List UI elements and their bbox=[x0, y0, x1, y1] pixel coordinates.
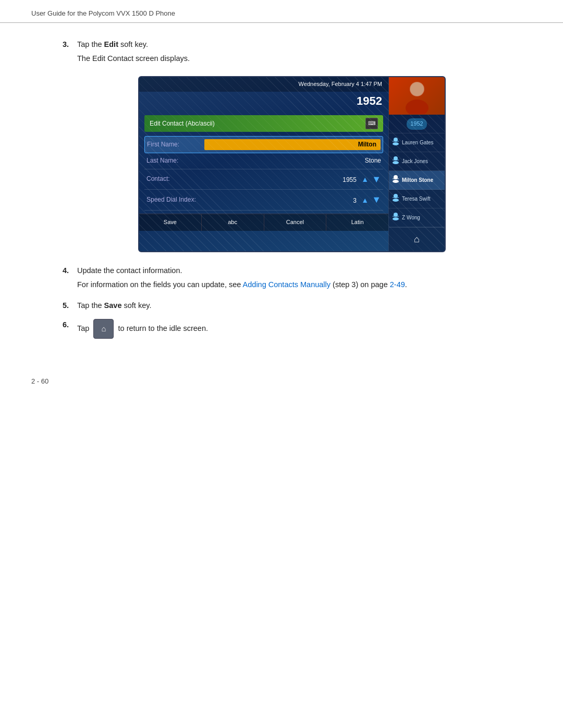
header-text: User Guide for the Polycom VVX 1500 D Ph… bbox=[31, 9, 175, 17]
step-5-main: Tap the Save soft key. bbox=[77, 300, 521, 312]
step-4-sub-after: (step 3) on page bbox=[331, 280, 390, 289]
keyboard-icon[interactable]: ⌨ bbox=[365, 118, 378, 129]
step-4-num: 4. bbox=[63, 265, 77, 294]
contact-photo bbox=[389, 77, 445, 115]
svg-point-7 bbox=[393, 161, 399, 164]
softkey-cancel[interactable]: Cancel bbox=[264, 214, 327, 231]
field-lastname[interactable]: Last Name: Stone bbox=[144, 153, 383, 169]
screen-right: 1952 Lauren Gates Jack Jones bbox=[388, 77, 445, 251]
field-firstname-value: Milton bbox=[204, 139, 381, 150]
contact-icon-lauren bbox=[391, 137, 400, 149]
step-4-sub-dot: . bbox=[405, 280, 407, 289]
contact-item-milton[interactable]: Milton Stone bbox=[389, 171, 445, 190]
step-3-main: Tap the Edit soft key. bbox=[77, 39, 521, 51]
step-3-num: 3. bbox=[63, 39, 77, 68]
step-5-content: Tap the Save soft key. bbox=[77, 300, 521, 314]
step-6-main: Tap ⌂ to return to the idle screen. bbox=[77, 319, 521, 339]
contact-name-zwong: Z Wong bbox=[402, 215, 420, 221]
home-contact-item[interactable]: ⌂ bbox=[389, 227, 445, 251]
screen-left: Wednesday, February 4 1:47 PM 1952 Edit … bbox=[139, 77, 388, 251]
datetime: Wednesday, February 4 1:47 PM bbox=[299, 80, 382, 89]
step-6-before: Tap bbox=[77, 324, 91, 332]
step-4-main: Update the contact information. bbox=[77, 265, 521, 277]
home-icon[interactable]: ⌂ bbox=[414, 232, 420, 247]
field-firstname[interactable]: First Name: Milton bbox=[144, 136, 383, 153]
field-lastname-label: Last Name: bbox=[146, 156, 204, 166]
step-5-before: Tap the bbox=[77, 301, 104, 310]
svg-point-2 bbox=[410, 82, 424, 96]
contact-icon-jack bbox=[391, 156, 400, 167]
svg-point-10 bbox=[393, 180, 399, 183]
phone-device: Wednesday, February 4 1:47 PM 1952 Edit … bbox=[138, 76, 446, 252]
field-lastname-value: Stone bbox=[204, 156, 381, 166]
step-5-num: 5. bbox=[63, 300, 77, 314]
contact-item-jack[interactable]: Jack Jones bbox=[389, 152, 445, 171]
contact-name-jack: Jack Jones bbox=[402, 158, 428, 165]
step-3-content: Tap the Edit soft key. The Edit Contact … bbox=[77, 39, 521, 68]
adding-contacts-link[interactable]: Adding Contacts Manually bbox=[243, 280, 331, 289]
home-btn-img[interactable]: ⌂ bbox=[93, 319, 114, 339]
page-footer: 2 - 60 bbox=[0, 367, 563, 396]
step-6-content: Tap ⌂ to return to the idle screen. bbox=[77, 319, 521, 341]
phone-screen: Wednesday, February 4 1:47 PM 1952 Edit … bbox=[139, 77, 445, 251]
step-4-content: Update the contact information. For info… bbox=[77, 265, 521, 294]
person-avatar bbox=[399, 78, 435, 114]
contact-arrow-down[interactable]: ▼ bbox=[372, 172, 381, 187]
status-ext: 1952 bbox=[357, 92, 382, 110]
step-3-sub: The Edit Contact screen displays. bbox=[77, 53, 521, 65]
svg-point-13 bbox=[393, 199, 399, 202]
svg-point-1 bbox=[406, 100, 429, 114]
step-6-after: to return to the idle screen. bbox=[118, 324, 209, 332]
speeddial-arrow-down[interactable]: ▼ bbox=[372, 192, 381, 207]
contact-icon-milton bbox=[391, 175, 400, 186]
form-header-label: Edit Contact (Abc/ascii) bbox=[150, 119, 215, 129]
contact-name-milton: Milton Stone bbox=[402, 177, 433, 183]
field-contact[interactable]: Contact: 1955 ▲ ▼ bbox=[144, 169, 383, 190]
field-firstname-label: First Name: bbox=[147, 140, 204, 150]
main-content: 3. Tap the Edit soft key. The Edit Conta… bbox=[0, 23, 563, 367]
page-number: 2 - 60 bbox=[31, 377, 48, 385]
arrow-up-speeddial[interactable]: ▲ bbox=[361, 196, 369, 204]
step-3-bold: Edit bbox=[104, 40, 118, 48]
field-speeddial[interactable]: Speed Dial Index: 3 ▲ ▼ bbox=[144, 190, 383, 211]
arrow-up-contact[interactable]: ▲ bbox=[361, 175, 369, 183]
contact-icon-zwong bbox=[391, 212, 400, 224]
field-speeddial-label: Speed Dial Index: bbox=[146, 195, 204, 205]
ext-row: 1952 bbox=[139, 92, 388, 112]
field-contact-label: Contact: bbox=[146, 174, 204, 184]
status-bar: Wednesday, February 4 1:47 PM bbox=[139, 77, 388, 92]
step-5-after: soft key. bbox=[121, 301, 151, 310]
page-link[interactable]: 2-49 bbox=[390, 280, 405, 289]
step-6-num: 6. bbox=[63, 319, 77, 341]
contact-item-lauren[interactable]: Lauren Gates bbox=[389, 133, 445, 152]
softkey-save[interactable]: Save bbox=[139, 214, 202, 231]
form-area: Edit Contact (Abc/ascii) ⌨ First Name: M… bbox=[139, 112, 388, 214]
step-5-bold: Save bbox=[104, 301, 122, 310]
contact-item-teresa[interactable]: Teresa Swift bbox=[389, 190, 445, 208]
page-header: User Guide for the Polycom VVX 1500 D Ph… bbox=[0, 0, 563, 23]
svg-point-16 bbox=[393, 217, 399, 220]
contact-ext-1952: 1952 bbox=[407, 118, 426, 130]
step-4: 4. Update the contact information. For i… bbox=[63, 265, 521, 294]
step-4-sub: For information on the fields you can up… bbox=[77, 279, 521, 291]
contact-item-ext[interactable]: 1952 bbox=[389, 115, 445, 133]
svg-point-4 bbox=[393, 142, 399, 145]
softkey-abc[interactable]: abc bbox=[202, 214, 264, 231]
step-4-sub-before: For information on the fields you can up… bbox=[77, 280, 243, 289]
step-5: 5. Tap the Save soft key. bbox=[63, 300, 521, 314]
form-header: Edit Contact (Abc/ascii) ⌨ bbox=[144, 115, 383, 132]
contact-icon-teresa bbox=[391, 193, 400, 205]
home-button-inline: ⌂ bbox=[91, 319, 116, 339]
field-speeddial-value: 3 ▲ bbox=[204, 194, 369, 206]
field-contact-value: 1955 ▲ bbox=[204, 174, 369, 185]
contact-item-zwong[interactable]: Z Wong bbox=[389, 208, 445, 227]
step-6: 6. Tap ⌂ to return to the idle screen. bbox=[63, 319, 521, 341]
contact-name-lauren: Lauren Gates bbox=[402, 140, 434, 146]
softkey-latin[interactable]: Latin bbox=[326, 214, 388, 231]
contact-name-teresa: Teresa Swift bbox=[402, 196, 430, 202]
step-3: 3. Tap the Edit soft key. The Edit Conta… bbox=[63, 39, 521, 68]
soft-keys-bar: Save abc Cancel Latin bbox=[139, 214, 388, 231]
